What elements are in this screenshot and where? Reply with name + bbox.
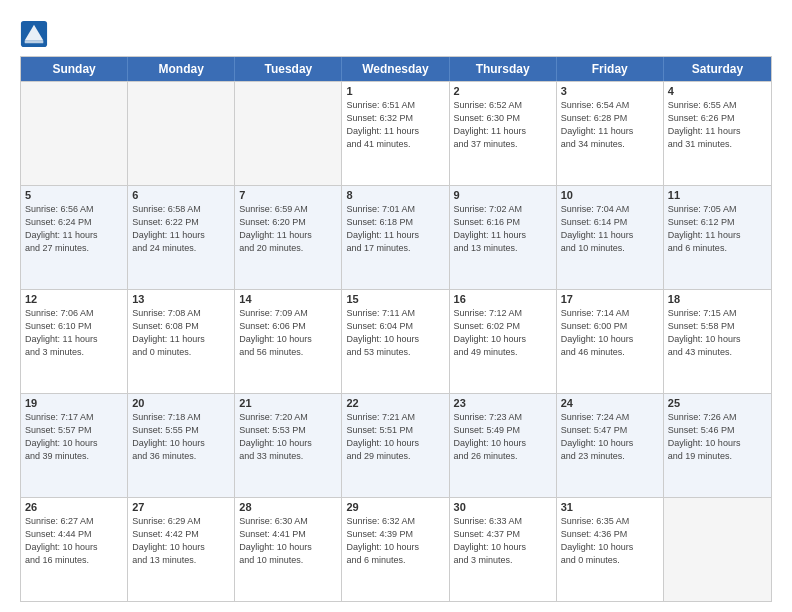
day-number: 8 (346, 189, 444, 201)
day-cell-17: 17Sunrise: 7:14 AM Sunset: 6:00 PM Dayli… (557, 290, 664, 393)
day-cell-1: 1Sunrise: 6:51 AM Sunset: 6:32 PM Daylig… (342, 82, 449, 185)
day-number: 25 (668, 397, 767, 409)
day-number: 29 (346, 501, 444, 513)
weekday-header-thursday: Thursday (450, 57, 557, 81)
weekday-header-saturday: Saturday (664, 57, 771, 81)
day-cell-14: 14Sunrise: 7:09 AM Sunset: 6:06 PM Dayli… (235, 290, 342, 393)
day-cell-19: 19Sunrise: 7:17 AM Sunset: 5:57 PM Dayli… (21, 394, 128, 497)
day-cell-22: 22Sunrise: 7:21 AM Sunset: 5:51 PM Dayli… (342, 394, 449, 497)
day-info: Sunrise: 6:51 AM Sunset: 6:32 PM Dayligh… (346, 99, 444, 151)
day-cell-25: 25Sunrise: 7:26 AM Sunset: 5:46 PM Dayli… (664, 394, 771, 497)
day-info: Sunrise: 7:21 AM Sunset: 5:51 PM Dayligh… (346, 411, 444, 463)
day-number: 26 (25, 501, 123, 513)
day-info: Sunrise: 7:20 AM Sunset: 5:53 PM Dayligh… (239, 411, 337, 463)
day-info: Sunrise: 6:58 AM Sunset: 6:22 PM Dayligh… (132, 203, 230, 255)
day-info: Sunrise: 7:12 AM Sunset: 6:02 PM Dayligh… (454, 307, 552, 359)
day-number: 3 (561, 85, 659, 97)
day-number: 10 (561, 189, 659, 201)
day-number: 6 (132, 189, 230, 201)
day-number: 31 (561, 501, 659, 513)
day-info: Sunrise: 6:59 AM Sunset: 6:20 PM Dayligh… (239, 203, 337, 255)
day-cell-7: 7Sunrise: 6:59 AM Sunset: 6:20 PM Daylig… (235, 186, 342, 289)
day-cell-18: 18Sunrise: 7:15 AM Sunset: 5:58 PM Dayli… (664, 290, 771, 393)
day-info: Sunrise: 7:18 AM Sunset: 5:55 PM Dayligh… (132, 411, 230, 463)
day-cell-8: 8Sunrise: 7:01 AM Sunset: 6:18 PM Daylig… (342, 186, 449, 289)
day-info: Sunrise: 7:04 AM Sunset: 6:14 PM Dayligh… (561, 203, 659, 255)
day-info: Sunrise: 6:33 AM Sunset: 4:37 PM Dayligh… (454, 515, 552, 567)
day-info: Sunrise: 6:30 AM Sunset: 4:41 PM Dayligh… (239, 515, 337, 567)
logo (20, 20, 52, 48)
weekday-header-tuesday: Tuesday (235, 57, 342, 81)
day-number: 2 (454, 85, 552, 97)
day-number: 1 (346, 85, 444, 97)
day-cell-21: 21Sunrise: 7:20 AM Sunset: 5:53 PM Dayli… (235, 394, 342, 497)
day-info: Sunrise: 7:05 AM Sunset: 6:12 PM Dayligh… (668, 203, 767, 255)
weekday-header-sunday: Sunday (21, 57, 128, 81)
day-cell-29: 29Sunrise: 6:32 AM Sunset: 4:39 PM Dayli… (342, 498, 449, 601)
calendar-week-3: 12Sunrise: 7:06 AM Sunset: 6:10 PM Dayli… (21, 289, 771, 393)
header (20, 16, 772, 48)
calendar-week-4: 19Sunrise: 7:17 AM Sunset: 5:57 PM Dayli… (21, 393, 771, 497)
weekday-header-friday: Friday (557, 57, 664, 81)
day-info: Sunrise: 7:01 AM Sunset: 6:18 PM Dayligh… (346, 203, 444, 255)
day-number: 14 (239, 293, 337, 305)
calendar-header: SundayMondayTuesdayWednesdayThursdayFrid… (21, 57, 771, 81)
svg-rect-2 (25, 41, 44, 44)
day-info: Sunrise: 6:35 AM Sunset: 4:36 PM Dayligh… (561, 515, 659, 567)
day-cell-15: 15Sunrise: 7:11 AM Sunset: 6:04 PM Dayli… (342, 290, 449, 393)
page: SundayMondayTuesdayWednesdayThursdayFrid… (0, 0, 792, 612)
day-number: 30 (454, 501, 552, 513)
day-cell-20: 20Sunrise: 7:18 AM Sunset: 5:55 PM Dayli… (128, 394, 235, 497)
logo-icon (20, 20, 48, 48)
day-cell-9: 9Sunrise: 7:02 AM Sunset: 6:16 PM Daylig… (450, 186, 557, 289)
day-info: Sunrise: 6:56 AM Sunset: 6:24 PM Dayligh… (25, 203, 123, 255)
day-number: 28 (239, 501, 337, 513)
day-info: Sunrise: 6:54 AM Sunset: 6:28 PM Dayligh… (561, 99, 659, 151)
day-number: 18 (668, 293, 767, 305)
day-cell-5: 5Sunrise: 6:56 AM Sunset: 6:24 PM Daylig… (21, 186, 128, 289)
day-cell-27: 27Sunrise: 6:29 AM Sunset: 4:42 PM Dayli… (128, 498, 235, 601)
day-cell-6: 6Sunrise: 6:58 AM Sunset: 6:22 PM Daylig… (128, 186, 235, 289)
day-number: 17 (561, 293, 659, 305)
day-info: Sunrise: 6:52 AM Sunset: 6:30 PM Dayligh… (454, 99, 552, 151)
weekday-header-monday: Monday (128, 57, 235, 81)
day-info: Sunrise: 6:27 AM Sunset: 4:44 PM Dayligh… (25, 515, 123, 567)
empty-cell (128, 82, 235, 185)
calendar-body: 1Sunrise: 6:51 AM Sunset: 6:32 PM Daylig… (21, 81, 771, 601)
day-cell-24: 24Sunrise: 7:24 AM Sunset: 5:47 PM Dayli… (557, 394, 664, 497)
day-info: Sunrise: 7:24 AM Sunset: 5:47 PM Dayligh… (561, 411, 659, 463)
day-cell-4: 4Sunrise: 6:55 AM Sunset: 6:26 PM Daylig… (664, 82, 771, 185)
day-number: 5 (25, 189, 123, 201)
day-number: 20 (132, 397, 230, 409)
day-number: 4 (668, 85, 767, 97)
day-info: Sunrise: 7:11 AM Sunset: 6:04 PM Dayligh… (346, 307, 444, 359)
day-number: 22 (346, 397, 444, 409)
day-info: Sunrise: 7:09 AM Sunset: 6:06 PM Dayligh… (239, 307, 337, 359)
day-number: 16 (454, 293, 552, 305)
weekday-header-wednesday: Wednesday (342, 57, 449, 81)
day-cell-10: 10Sunrise: 7:04 AM Sunset: 6:14 PM Dayli… (557, 186, 664, 289)
day-info: Sunrise: 7:02 AM Sunset: 6:16 PM Dayligh… (454, 203, 552, 255)
day-number: 23 (454, 397, 552, 409)
day-cell-16: 16Sunrise: 7:12 AM Sunset: 6:02 PM Dayli… (450, 290, 557, 393)
day-cell-26: 26Sunrise: 6:27 AM Sunset: 4:44 PM Dayli… (21, 498, 128, 601)
day-info: Sunrise: 6:32 AM Sunset: 4:39 PM Dayligh… (346, 515, 444, 567)
day-cell-28: 28Sunrise: 6:30 AM Sunset: 4:41 PM Dayli… (235, 498, 342, 601)
day-number: 21 (239, 397, 337, 409)
day-number: 9 (454, 189, 552, 201)
day-cell-12: 12Sunrise: 7:06 AM Sunset: 6:10 PM Dayli… (21, 290, 128, 393)
day-cell-30: 30Sunrise: 6:33 AM Sunset: 4:37 PM Dayli… (450, 498, 557, 601)
calendar-week-5: 26Sunrise: 6:27 AM Sunset: 4:44 PM Dayli… (21, 497, 771, 601)
day-info: Sunrise: 7:08 AM Sunset: 6:08 PM Dayligh… (132, 307, 230, 359)
day-info: Sunrise: 7:17 AM Sunset: 5:57 PM Dayligh… (25, 411, 123, 463)
empty-cell (664, 498, 771, 601)
day-cell-2: 2Sunrise: 6:52 AM Sunset: 6:30 PM Daylig… (450, 82, 557, 185)
day-info: Sunrise: 7:06 AM Sunset: 6:10 PM Dayligh… (25, 307, 123, 359)
day-number: 27 (132, 501, 230, 513)
calendar-week-2: 5Sunrise: 6:56 AM Sunset: 6:24 PM Daylig… (21, 185, 771, 289)
day-number: 11 (668, 189, 767, 201)
day-info: Sunrise: 7:15 AM Sunset: 5:58 PM Dayligh… (668, 307, 767, 359)
day-number: 12 (25, 293, 123, 305)
calendar-week-1: 1Sunrise: 6:51 AM Sunset: 6:32 PM Daylig… (21, 81, 771, 185)
day-info: Sunrise: 7:14 AM Sunset: 6:00 PM Dayligh… (561, 307, 659, 359)
